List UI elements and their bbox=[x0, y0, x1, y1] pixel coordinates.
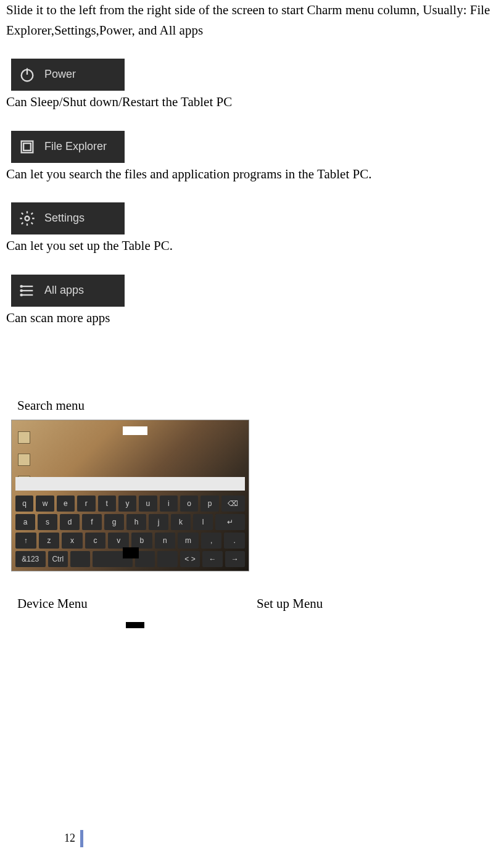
key-m[interactable]: m bbox=[178, 533, 199, 549]
svg-rect-3 bbox=[23, 143, 31, 151]
svg-point-8 bbox=[21, 286, 22, 287]
key-blank1[interactable] bbox=[70, 551, 90, 567]
key-l[interactable]: l bbox=[193, 514, 213, 530]
charm-item-settings: Settings Can let you set up the Table PC… bbox=[11, 202, 498, 256]
key-g[interactable]: g bbox=[104, 514, 124, 530]
file-explorer-tile: File Explorer bbox=[11, 131, 125, 163]
page-number: 12 bbox=[64, 830, 80, 847]
keyboard-row-2: a s d f g h j k l ↵ bbox=[15, 514, 245, 530]
key-backspace[interactable]: ⌫ bbox=[221, 496, 245, 512]
power-desc: Can Sleep/Shut down/Restart the Tablet P… bbox=[6, 92, 498, 112]
charm-item-file-explorer: File Explorer Can let you search the fil… bbox=[11, 131, 498, 185]
key-w[interactable]: w bbox=[36, 496, 54, 512]
settings-tile-label: Settings bbox=[44, 210, 85, 227]
key-left[interactable]: ← bbox=[202, 551, 222, 567]
all-apps-icon bbox=[19, 282, 36, 299]
svg-point-4 bbox=[25, 217, 30, 221]
screenshot-dark-block bbox=[123, 547, 139, 558]
key-period[interactable]: . bbox=[224, 533, 245, 549]
power-tile: Power bbox=[11, 59, 125, 91]
key-s[interactable]: s bbox=[38, 514, 57, 530]
document-page: Slide it to the left from the right side… bbox=[0, 0, 504, 867]
key-angle[interactable]: < > bbox=[180, 551, 200, 567]
key-v[interactable]: v bbox=[108, 533, 129, 549]
key-i[interactable]: i bbox=[160, 496, 178, 512]
file-explorer-tile-label: File Explorer bbox=[44, 138, 107, 156]
file-explorer-icon bbox=[19, 138, 36, 156]
keyboard-row-1: q w e r t y u i o p ⌫ bbox=[15, 496, 245, 512]
svg-point-10 bbox=[21, 294, 22, 296]
key-ctrl[interactable]: Ctrl bbox=[48, 551, 68, 567]
key-blank3[interactable] bbox=[157, 551, 177, 567]
key-q[interactable]: q bbox=[15, 496, 33, 512]
setup-menu-label: Set up Menu bbox=[257, 596, 323, 611]
power-tile-label: Power bbox=[44, 66, 76, 83]
page-number-block: 12 bbox=[64, 830, 83, 847]
settings-tile: Settings bbox=[11, 202, 125, 234]
key-n[interactable]: n bbox=[155, 533, 176, 549]
device-menu-label: Device Menu bbox=[17, 596, 88, 611]
all-apps-tile-label: All apps bbox=[44, 282, 84, 299]
device-menu-bar bbox=[126, 622, 144, 628]
intro-paragraph: Slide it to the left from the right side… bbox=[6, 0, 498, 40]
key-shift[interactable]: ↑ bbox=[15, 533, 36, 549]
key-r[interactable]: r bbox=[77, 496, 95, 512]
key-y[interactable]: y bbox=[118, 496, 136, 512]
file-explorer-desc: Can let you search the files and applica… bbox=[6, 164, 498, 185]
key-f[interactable]: f bbox=[82, 514, 102, 530]
key-comma[interactable]: , bbox=[201, 533, 222, 549]
key-d[interactable]: d bbox=[60, 514, 80, 530]
charm-item-all-apps: All apps Can scan more apps bbox=[11, 275, 498, 328]
key-right[interactable]: → bbox=[225, 551, 245, 567]
all-apps-desc: Can scan more apps bbox=[6, 308, 498, 328]
gear-icon bbox=[19, 210, 36, 227]
key-a[interactable]: a bbox=[15, 514, 35, 530]
key-z[interactable]: z bbox=[39, 533, 60, 549]
charm-item-power: Power Can Sleep/Shut down/Restart the Ta… bbox=[11, 59, 498, 112]
key-o[interactable]: o bbox=[180, 496, 198, 512]
search-menu-label: Search menu bbox=[17, 396, 498, 416]
keyboard-search-bar bbox=[15, 477, 245, 491]
key-numsym[interactable]: &123 bbox=[15, 551, 46, 567]
key-k[interactable]: k bbox=[171, 514, 191, 530]
svg-point-9 bbox=[21, 290, 22, 291]
keyboard-row-3: ↑ z x c v b n m , . bbox=[15, 533, 245, 549]
all-apps-tile: All apps bbox=[11, 275, 125, 307]
screenshot-white-block bbox=[123, 426, 147, 435]
page-number-divider bbox=[80, 830, 83, 847]
power-icon bbox=[19, 66, 36, 83]
key-e[interactable]: e bbox=[57, 496, 75, 512]
lower-labels-row: Device Menu Set up Menu bbox=[17, 594, 498, 629]
search-menu-screenshot: q w e r t y u i o p ⌫ a s d f g h j k bbox=[11, 420, 249, 571]
key-c[interactable]: c bbox=[85, 533, 106, 549]
key-h[interactable]: h bbox=[126, 514, 146, 530]
key-x[interactable]: x bbox=[62, 533, 83, 549]
settings-desc: Can let you set up the Table PC. bbox=[6, 236, 498, 256]
key-j[interactable]: j bbox=[149, 514, 168, 530]
key-p[interactable]: p bbox=[200, 496, 218, 512]
key-u[interactable]: u bbox=[139, 496, 157, 512]
desktop-icon bbox=[18, 454, 30, 466]
desktop-icon bbox=[18, 431, 30, 444]
key-enter[interactable]: ↵ bbox=[215, 514, 245, 530]
key-t[interactable]: t bbox=[98, 496, 116, 512]
key-b[interactable]: b bbox=[131, 533, 152, 549]
